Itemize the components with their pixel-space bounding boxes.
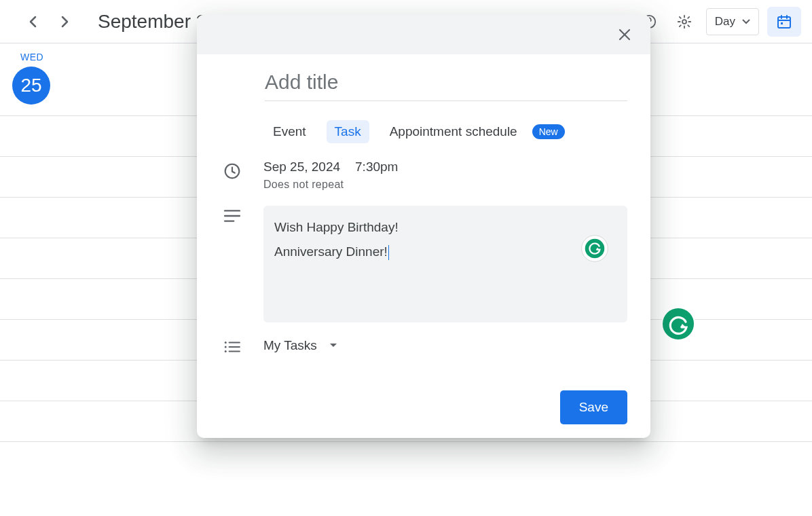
tab-appointment-label: Appointment schedule — [390, 124, 517, 139]
grammarly-sidebar-widget[interactable] — [661, 307, 695, 341]
tasklist-name: My Tasks — [263, 338, 317, 353]
chevron-left-icon — [29, 16, 37, 28]
grammarly-icon — [661, 307, 695, 341]
close-button[interactable] — [611, 21, 638, 48]
settings-button[interactable] — [671, 8, 698, 35]
repeat-text[interactable]: Does not repeat — [263, 179, 398, 191]
create-task-dialog: Event Task Appointment schedule New Sep … — [197, 15, 650, 438]
task-time[interactable]: 7:30pm — [355, 160, 398, 174]
description-row: Wish Happy Birthday! Anniversary Dinner! — [220, 206, 627, 322]
calendar-icon — [776, 14, 792, 30]
caret-down-icon — [329, 343, 337, 348]
svg-point-24 — [225, 350, 227, 352]
dialog-body: Event Task Appointment schedule New Sep … — [197, 54, 650, 354]
grammarly-inline-widget[interactable] — [580, 185, 616, 312]
close-icon — [618, 28, 631, 41]
text-cursor — [388, 245, 389, 260]
datetime-row[interactable]: Sep 25, 2024 7:30pm Does not repeat — [220, 160, 627, 191]
svg-point-19 — [585, 239, 605, 259]
task-date[interactable]: Sep 25, 2024 — [263, 160, 340, 174]
svg-rect-9 — [781, 22, 783, 24]
nav-arrows — [19, 8, 79, 35]
grammarly-icon — [580, 234, 609, 263]
tab-appointment-schedule[interactable]: Appointment schedule — [382, 120, 520, 143]
list-icon — [223, 340, 241, 354]
svg-point-22 — [225, 346, 227, 348]
svg-point-4 — [682, 20, 686, 24]
description-input[interactable]: Wish Happy Birthday! Anniversary Dinner! — [263, 206, 627, 322]
tab-task[interactable]: Task — [327, 120, 369, 143]
svg-point-20 — [225, 342, 227, 344]
chevron-right-icon — [61, 16, 69, 28]
datetime-content: Sep 25, 2024 7:30pm Does not repeat — [263, 160, 398, 191]
tab-event[interactable]: Event — [265, 120, 314, 143]
view-selector-label: Day — [715, 15, 735, 29]
dialog-footer: Save — [197, 369, 650, 424]
calendar-view-button[interactable] — [767, 7, 801, 37]
tasklist-selector[interactable]: My Tasks — [263, 338, 337, 353]
next-day-button[interactable] — [52, 8, 79, 35]
new-badge: New — [532, 124, 565, 139]
caret-down-icon — [742, 19, 750, 24]
view-selector[interactable]: Day — [706, 8, 759, 35]
day-number[interactable]: 25 — [12, 67, 50, 105]
clock-icon — [223, 162, 241, 180]
description-text: Wish Happy Birthday! Anniversary Dinner! — [274, 220, 399, 259]
entry-type-tabs: Event Task Appointment schedule New — [265, 120, 627, 143]
gear-icon — [677, 14, 692, 29]
dialog-header — [197, 15, 650, 54]
time-row — [0, 441, 812, 482]
prev-day-button[interactable] — [19, 8, 46, 35]
title-input[interactable] — [265, 65, 627, 101]
description-icon — [223, 208, 241, 223]
save-button[interactable]: Save — [560, 390, 627, 424]
svg-rect-5 — [778, 17, 790, 28]
tasklist-row[interactable]: My Tasks — [220, 337, 627, 354]
